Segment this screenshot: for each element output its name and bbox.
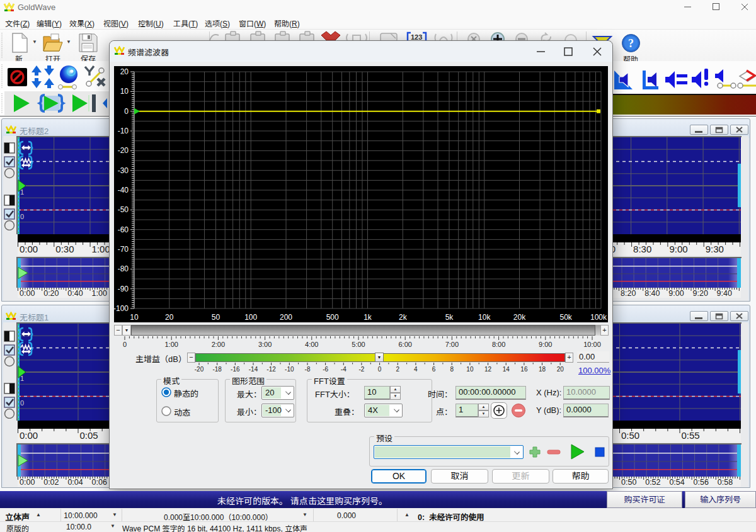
svg-text:0:56: 0:56 — [694, 478, 709, 487]
svg-text:10: 10 — [130, 313, 139, 322]
svg-text:0:00: 0:00 — [20, 244, 38, 254]
svg-text:2k: 2k — [399, 313, 408, 322]
svg-text:1:00: 1:00 — [92, 289, 107, 298]
svg-text:-90: -90 — [118, 285, 129, 293]
svg-text:-50: -50 — [118, 205, 129, 214]
svg-text:50k: 50k — [560, 313, 573, 322]
svg-text:1:00: 1:00 — [92, 244, 110, 254]
svg-text:0:04: 0:04 — [67, 478, 83, 487]
svg-text:0:00: 0:00 — [20, 430, 38, 441]
svg-text:0:00: 0:00 — [20, 478, 35, 487]
svg-text:200: 200 — [280, 313, 292, 322]
svg-text:9:40: 9:40 — [717, 289, 732, 298]
svg-text:-20: -20 — [195, 366, 204, 373]
svg-text:0:50: 0:50 — [621, 430, 639, 441]
svg-text:?: ? — [628, 37, 634, 50]
svg-text:8:20: 8:20 — [621, 289, 636, 298]
svg-text:-6: -6 — [323, 366, 328, 373]
svg-text:20: 20 — [557, 366, 564, 373]
svg-text:-40: -40 — [118, 186, 129, 195]
svg-text:-20: -20 — [118, 146, 129, 155]
svg-text:10: 10 — [120, 87, 129, 96]
svg-text:0:02: 0:02 — [43, 478, 59, 487]
svg-text:-2: -2 — [358, 366, 364, 373]
svg-text:10:00: 10:00 — [583, 341, 601, 348]
svg-text:6:00: 6:00 — [398, 341, 411, 348]
svg-text:0: 0 — [124, 107, 129, 116]
svg-text:-14: -14 — [249, 366, 258, 373]
svg-text:10k: 10k — [478, 313, 491, 322]
svg-text:0: 0 — [123, 341, 127, 348]
svg-text:-100: -100 — [114, 304, 129, 313]
svg-text:20: 20 — [120, 67, 129, 76]
svg-text:-4: -4 — [341, 366, 346, 373]
svg-text:9:30: 9:30 — [706, 244, 724, 254]
svg-text:0:50: 0:50 — [621, 478, 636, 487]
svg-text:-8: -8 — [305, 366, 311, 373]
svg-text:0: 0 — [20, 399, 24, 407]
svg-text:0: 0 — [378, 366, 382, 373]
svg-text:12: 12 — [484, 366, 492, 373]
svg-text:8:40: 8:40 — [644, 289, 660, 298]
svg-text:3:00: 3:00 — [258, 341, 272, 348]
svg-text:20k: 20k — [513, 313, 526, 322]
svg-text:0:20: 0:20 — [43, 289, 59, 298]
svg-text:20: 20 — [165, 313, 174, 322]
svg-text:0:55: 0:55 — [682, 430, 700, 441]
svg-text:-10: -10 — [285, 366, 294, 373]
svg-text:6: 6 — [432, 366, 436, 373]
svg-text:0:40: 0:40 — [67, 289, 83, 298]
svg-text:9:20: 9:20 — [693, 289, 708, 298]
svg-text:100k: 100k — [590, 313, 607, 322]
svg-text:8:30: 8:30 — [633, 244, 651, 254]
svg-text:1: 1 — [20, 375, 24, 382]
svg-text:0:00: 0:00 — [20, 289, 35, 298]
svg-text:0:30: 0:30 — [55, 244, 74, 254]
svg-text:-10: -10 — [118, 127, 129, 135]
svg-text:-16: -16 — [231, 366, 240, 373]
svg-text:4:00: 4:00 — [305, 341, 318, 348]
svg-text:-60: -60 — [118, 225, 129, 234]
svg-text:8:00: 8:00 — [492, 341, 505, 348]
svg-text:8: 8 — [450, 366, 454, 373]
svg-text:16: 16 — [520, 366, 528, 373]
svg-text:0:54: 0:54 — [669, 478, 684, 487]
svg-text:1k: 1k — [364, 313, 372, 322]
svg-text:2: 2 — [396, 366, 400, 373]
svg-text:5:00: 5:00 — [352, 341, 365, 348]
svg-text:18: 18 — [539, 366, 546, 373]
svg-text:0:58: 0:58 — [718, 478, 733, 487]
svg-text:7:00: 7:00 — [445, 341, 459, 348]
svg-text:10: 10 — [466, 366, 474, 373]
svg-text:50: 50 — [212, 313, 220, 322]
svg-text:5k: 5k — [445, 313, 454, 322]
svg-text:-18: -18 — [212, 366, 222, 373]
svg-text:-12: -12 — [266, 366, 276, 373]
svg-text:-80: -80 — [118, 264, 129, 273]
svg-text:4: 4 — [414, 366, 418, 373]
svg-text:500: 500 — [326, 313, 339, 322]
svg-text:0:06: 0:06 — [92, 478, 107, 487]
svg-text:-30: -30 — [118, 166, 129, 175]
svg-text:-70: -70 — [118, 245, 129, 254]
svg-text:0:05: 0:05 — [80, 430, 98, 441]
svg-text:9:00: 9:00 — [668, 289, 684, 298]
svg-text:14: 14 — [503, 366, 510, 373]
svg-text:1:00: 1:00 — [164, 341, 178, 348]
svg-text:9:00: 9:00 — [539, 341, 552, 348]
svg-text:2:00: 2:00 — [212, 341, 225, 348]
svg-text:9:00: 9:00 — [669, 244, 687, 254]
svg-text:100: 100 — [244, 313, 257, 322]
svg-text:1: 1 — [20, 188, 24, 196]
svg-text:0: 0 — [20, 213, 24, 220]
svg-text:0:52: 0:52 — [645, 478, 660, 487]
